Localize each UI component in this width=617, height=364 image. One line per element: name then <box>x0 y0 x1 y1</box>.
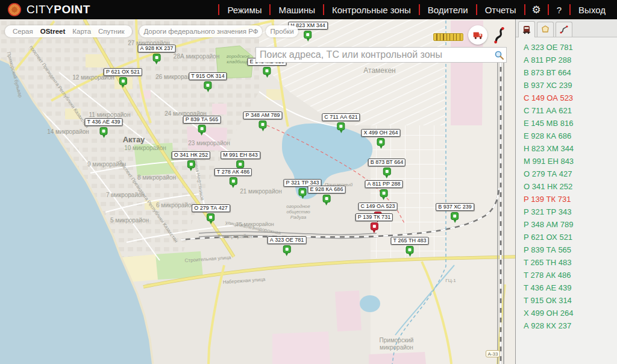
nav-item-otchety[interactable]: Отчеты <box>477 5 524 15</box>
nav-item-voditeli[interactable]: Водители <box>420 5 476 15</box>
layer-switcher: СераяOStreetКартаСпутник <box>5 25 132 37</box>
vehicle-list-item[interactable]: Н 823 ХМ 344 <box>516 142 617 155</box>
map-canvas[interactable]: 27 микрорайон28А микрорайон26 микрорайон… <box>0 19 515 364</box>
brand-point: POINT <box>54 3 90 16</box>
ruler-icon[interactable] <box>433 33 463 41</box>
search-icon[interactable] <box>492 50 506 60</box>
marker-pin-icon <box>236 160 244 168</box>
vehicle-list-item[interactable]: А 323 ОЕ 781 <box>516 41 617 54</box>
vehicle-marker[interactable]: Р 839 ТА 565 <box>183 116 221 136</box>
track-icon <box>559 25 569 34</box>
vehicle-list-item[interactable]: Р 839 ТА 565 <box>516 243 617 256</box>
vehicle-marker[interactable]: Р 348 АМ 789 <box>243 111 282 132</box>
route-icon[interactable] <box>492 26 507 44</box>
vehicle-marker[interactable]: Т 915 ОК 314 <box>189 72 227 93</box>
help-button[interactable]: ? <box>549 5 569 15</box>
vehicle-marker[interactable]: В 873 ВТ 664 <box>368 158 406 179</box>
layer-tab-4[interactable]: Спутник <box>95 28 128 35</box>
vehicle-list-item[interactable]: А 811 РР 288 <box>516 54 617 66</box>
marker-pin-icon <box>119 77 127 85</box>
vehicle-list-item[interactable]: Т 278 АК 486 <box>516 269 617 281</box>
vehicle-list-item[interactable]: Е 145 МВ 816 <box>516 117 617 130</box>
marker-plate-label: Т 265 ТН 483 <box>390 237 428 245</box>
marker-plate-label: А 323 ОЕ 781 <box>268 236 307 244</box>
marker-pin-icon <box>230 177 237 185</box>
vehicle-marker[interactable]: А 928 КХ 237 <box>138 45 176 65</box>
marker-pin-icon <box>204 81 212 89</box>
settings-gear-icon[interactable]: ⚙ <box>525 4 548 16</box>
marker-pin-icon <box>406 246 414 254</box>
vehicle-marker[interactable]: Е 928 КА 686 <box>308 186 346 206</box>
vehicle-marker[interactable]: Т 278 АК 486 <box>215 168 252 189</box>
map-toggle-button-1[interactable]: Дороги федерального значения РФ <box>139 25 262 37</box>
vehicle-list-item[interactable]: Х 499 ОН 264 <box>516 307 617 319</box>
marker-plate-label: Т 436 АЕ 439 <box>84 118 122 126</box>
marker-pin-icon <box>187 160 195 168</box>
vehicle-list-item[interactable]: С 711 АА 621 <box>516 104 617 117</box>
vehicle-marker[interactable]: С 711 АА 621 <box>322 113 360 134</box>
sidebar-tab-vehicles[interactable] <box>518 21 535 37</box>
vehicle-list-item[interactable]: С 149 ОА 523 <box>516 92 617 104</box>
vehicle-list-item[interactable]: Р 321 ТР 343 <box>516 206 617 218</box>
brand-logo[interactable]: CITYPOINT <box>8 3 90 16</box>
marker-plate-label: Р 839 ТА 565 <box>183 116 221 124</box>
map-toggle-button-2[interactable]: Пробки <box>266 25 298 37</box>
marker-pin-icon <box>298 188 306 196</box>
map-toggle-buttons: Дороги федерального значения РФПробки <box>139 25 301 37</box>
vehicle-list-item[interactable]: Р 348 АМ 789 <box>516 218 617 231</box>
marker-plate-label: Р 348 АМ 789 <box>243 111 282 119</box>
layer-tab-1[interactable]: Серая <box>9 28 37 35</box>
marker-pin-icon <box>258 121 266 128</box>
nav-item-mashiny[interactable]: Машины <box>271 5 322 15</box>
sidebar-tab-zones[interactable] <box>537 22 554 37</box>
vehicle-marker[interactable]: Х 499 ОН 264 <box>361 129 400 149</box>
vehicle-marker[interactable]: О 341 НК 252 <box>172 151 210 172</box>
layer-tab-2[interactable]: OStreet <box>37 28 69 35</box>
vehicle-list-item[interactable]: А 928 КХ 237 <box>516 319 617 332</box>
layer-tab-3[interactable]: Карта <box>69 28 95 35</box>
search-input[interactable] <box>256 49 492 60</box>
vehicle-list-item[interactable]: Р 621 ОХ 521 <box>516 231 617 243</box>
vehicle-list-item[interactable]: В 937 ХС 239 <box>516 79 617 92</box>
vehicle-marker[interactable]: В 937 ХС 239 <box>436 203 474 224</box>
nav-item-kontrolnye-zony[interactable]: Контрольные зоны <box>324 5 419 15</box>
main-nav: РежимыМашиныКонтрольные зоныВодителиОтче… <box>218 0 613 19</box>
vehicle-list: А 323 ОЕ 781А 811 РР 288В 873 ВТ 664В 93… <box>516 37 617 332</box>
truck-icon <box>522 25 531 34</box>
vehicle-list-item[interactable]: М 991 ЕН 843 <box>516 155 617 168</box>
vehicle-marker[interactable]: Т 436 АЕ 439 <box>84 118 122 139</box>
vehicle-marker[interactable]: Т 265 ТН 483 <box>390 237 428 257</box>
vehicle-list-item[interactable]: Т 265 ТН 483 <box>516 256 617 269</box>
marker-pin-icon <box>451 212 459 220</box>
vehicle-list-item[interactable]: Т 915 ОК 314 <box>516 294 617 307</box>
vehicle-list-item[interactable]: Т 436 АЕ 439 <box>516 281 617 294</box>
vehicle-marker[interactable]: А 811 РР 288 <box>365 180 403 201</box>
zone-icon <box>540 25 550 34</box>
marker-plate-label: Р 621 ОХ 521 <box>104 68 142 76</box>
top-navigation-bar: CITYPOINT РежимыМашиныКонтрольные зоныВо… <box>0 0 617 19</box>
vehicle-list-item[interactable]: В 873 ВТ 664 <box>516 66 617 79</box>
marker-pin-icon <box>304 31 312 39</box>
marker-plate-label: О 279 ТА 427 <box>192 204 230 212</box>
vehicle-marker[interactable]: А 323 ОЕ 781 <box>268 236 307 257</box>
vehicle-list-item[interactable]: Е 928 КА 686 <box>516 130 617 142</box>
vehicle-marker[interactable]: О 279 ТА 427 <box>192 204 230 225</box>
sidebar-tabs <box>516 19 617 37</box>
sidebar-tab-tracks[interactable] <box>556 22 572 37</box>
nav-item-rezhimy[interactable]: Режимы <box>219 5 269 15</box>
vehicle-marker[interactable]: Р 621 ОХ 521 <box>104 68 142 89</box>
vehicle-list-item[interactable]: Р 139 ТК 731 <box>516 193 617 206</box>
truck-locate-icon[interactable] <box>468 25 487 45</box>
marker-pin-icon <box>207 213 215 221</box>
truck-glyph <box>471 28 484 42</box>
marker-plate-label: Т 915 ОК 314 <box>189 72 227 80</box>
marker-pin-icon <box>371 222 378 230</box>
vehicle-list-item[interactable]: О 279 ТА 427 <box>516 168 617 180</box>
logout-button[interactable]: Выход <box>571 5 613 15</box>
marker-pin-icon <box>198 125 206 133</box>
vehicle-markers-layer: Н 823 ХМ 344А 928 КХ 237Е 145 МВ 816Р 62… <box>0 19 515 364</box>
vehicle-marker[interactable]: Р 139 ТК 731 <box>355 213 393 234</box>
vehicle-list-item[interactable]: О 341 НК 252 <box>516 180 617 193</box>
marker-pin-icon <box>99 127 107 135</box>
marker-pin-icon <box>380 189 388 197</box>
